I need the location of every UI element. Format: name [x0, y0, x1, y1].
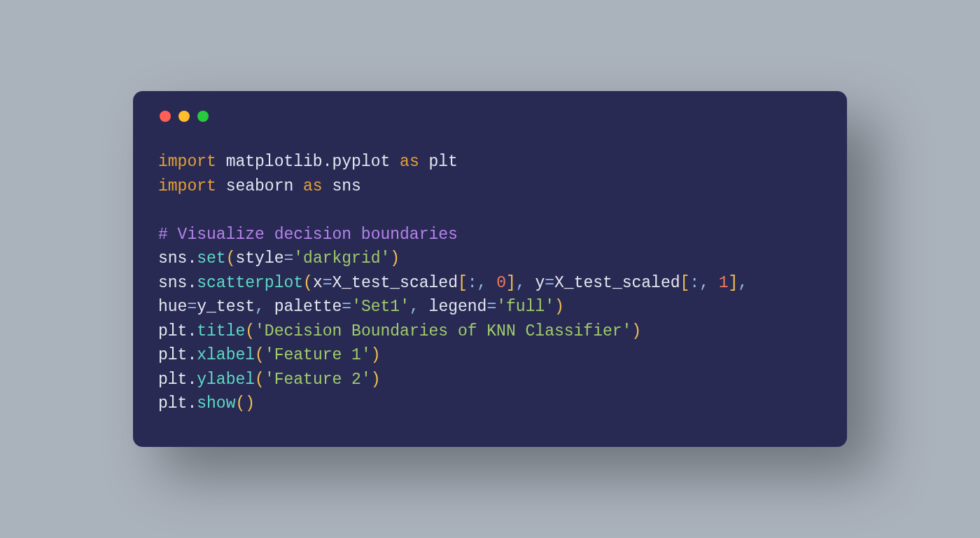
comma: , — [516, 274, 526, 292]
space — [486, 274, 496, 292]
paren-close: ) — [371, 346, 381, 364]
submodule-name: pyplot — [332, 153, 400, 171]
paren-close: ) — [371, 371, 381, 389]
colon: : — [468, 274, 477, 292]
paren-open: ( — [255, 371, 265, 389]
string-literal: 'Decision Boundaries of KNN Classifier' — [255, 322, 631, 340]
module-name: matplotlib — [216, 153, 323, 171]
object: plt — [158, 394, 187, 413]
space — [709, 274, 719, 292]
window-traffic-lights — [158, 111, 822, 122]
code-line-9: plt.ylabel('Feature 2') — [158, 371, 381, 389]
keyword-as: as — [303, 177, 323, 195]
string-literal: 'Feature 2' — [265, 371, 371, 389]
comma: , — [699, 274, 709, 292]
kwarg-name: style — [235, 249, 284, 268]
comma: , — [477, 274, 487, 292]
comment: # Visualize decision boundaries — [158, 226, 458, 244]
minimize-icon[interactable] — [178, 111, 190, 122]
bracket-open: [ — [680, 274, 690, 292]
space — [419, 298, 429, 316]
string-literal: 'Feature 1' — [265, 346, 371, 364]
comma: , — [410, 298, 419, 316]
bracket-open: [ — [458, 274, 468, 292]
paren-close: ) — [245, 394, 255, 413]
equals: = — [342, 298, 351, 316]
alias: sns — [323, 177, 361, 195]
kwarg-name: x — [313, 274, 323, 292]
module-name: seaborn — [216, 177, 303, 195]
number-literal: 1 — [719, 274, 729, 292]
number-literal: 0 — [496, 274, 506, 292]
equals: = — [323, 274, 332, 292]
paren-close: ) — [390, 249, 400, 268]
object: sns — [158, 249, 187, 268]
bracket-close: ] — [729, 274, 738, 292]
paren-open: ( — [226, 249, 236, 268]
code-line-6: hue=y_test, palette='Set1', legend='full… — [158, 298, 564, 316]
equals: = — [486, 298, 496, 316]
dot: . — [187, 371, 197, 389]
object: sns — [158, 274, 187, 292]
string-literal: 'full' — [496, 298, 554, 316]
code-block: import matplotlib.pyplot as plt import s… — [158, 150, 822, 416]
paren-open: ( — [245, 322, 255, 340]
comma: , — [738, 274, 748, 292]
keyword-import: import — [158, 177, 216, 195]
variable: y_test — [197, 298, 255, 316]
code-line-3: # Visualize decision boundaries — [158, 226, 458, 244]
method-call: xlabel — [197, 346, 255, 364]
code-line-1: import matplotlib.pyplot as plt — [158, 153, 458, 171]
keyword-import: import — [158, 153, 216, 171]
object: plt — [158, 371, 187, 389]
code-line-7: plt.title('Decision Boundaries of KNN Cl… — [158, 322, 641, 340]
dot: . — [323, 153, 332, 171]
zoom-icon[interactable] — [197, 111, 209, 122]
kwarg-name: palette — [274, 298, 342, 316]
comma: , — [255, 298, 265, 316]
keyword-as: as — [400, 153, 419, 171]
alias: plt — [419, 153, 458, 171]
kwarg-name: y — [535, 274, 545, 292]
equals: = — [284, 249, 293, 268]
space — [526, 274, 536, 292]
colon: : — [690, 274, 699, 292]
equals: = — [187, 298, 197, 316]
code-window: import matplotlib.pyplot as plt import s… — [133, 91, 847, 447]
method-call: scatterplot — [197, 274, 303, 292]
object: plt — [158, 322, 187, 340]
method-call: set — [197, 249, 225, 268]
method-call: title — [197, 322, 245, 340]
bracket-close: ] — [506, 274, 516, 292]
object: plt — [158, 346, 187, 364]
dot: . — [187, 346, 197, 364]
code-line-5: sns.scatterplot(x=X_test_scaled[:, 0], y… — [158, 274, 748, 292]
paren-open: ( — [255, 346, 265, 364]
dot: . — [187, 322, 197, 340]
dot: . — [187, 249, 197, 268]
space — [265, 298, 274, 316]
dot: . — [187, 394, 197, 413]
code-line-4: sns.set(style='darkgrid') — [158, 249, 400, 268]
variable: X_test_scaled — [554, 274, 680, 292]
paren-close: ) — [631, 322, 641, 340]
code-line-8: plt.xlabel('Feature 1') — [158, 346, 381, 364]
paren-open: ( — [303, 274, 313, 292]
paren-open: ( — [235, 394, 245, 413]
kwarg-name: hue — [158, 298, 187, 316]
code-line-10: plt.show() — [158, 394, 255, 413]
code-line-2: import seaborn as sns — [158, 177, 361, 195]
equals: = — [545, 274, 554, 292]
paren-close: ) — [554, 298, 564, 316]
method-call: show — [197, 394, 235, 413]
close-icon[interactable] — [160, 111, 171, 122]
variable: X_test_scaled — [332, 274, 458, 292]
kwarg-name: legend — [429, 298, 487, 316]
string-literal: 'darkgrid' — [293, 249, 390, 268]
method-call: ylabel — [197, 371, 255, 389]
dot: . — [187, 274, 197, 292]
string-literal: 'Set1' — [351, 298, 410, 316]
